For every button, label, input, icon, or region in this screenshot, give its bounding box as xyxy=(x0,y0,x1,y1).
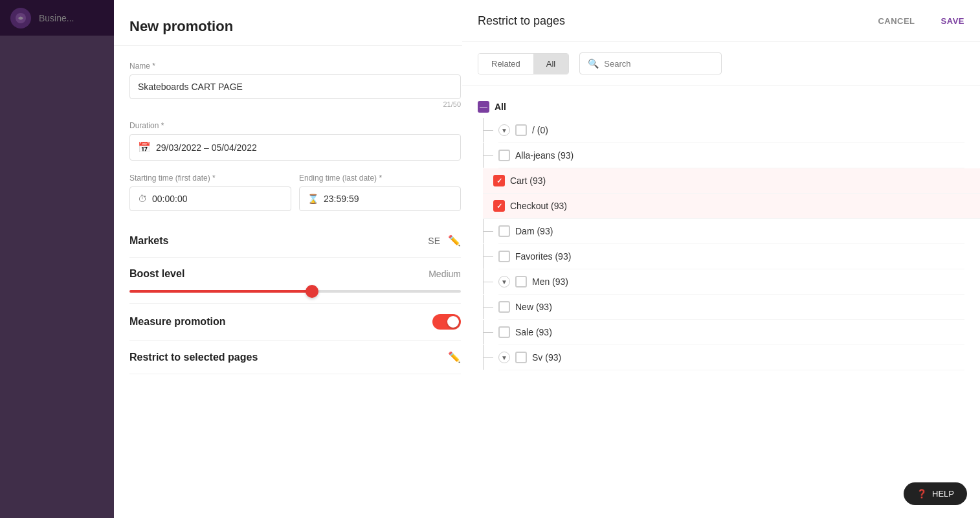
measure-label: Measure promotion xyxy=(129,316,225,328)
root-checkbox[interactable]: — xyxy=(478,101,489,113)
tree-item-highlighted: Cart (93) xyxy=(483,168,980,194)
name-field-group: Name * 21/50 xyxy=(129,62,461,108)
tab-group: Related All xyxy=(478,53,569,74)
tree-item-label: Dam (93) xyxy=(515,226,553,236)
tabs-search-row: Related All 🔍 xyxy=(462,42,980,85)
time-row: Starting time (first date) * ⏱ 00:00:00 … xyxy=(129,174,461,211)
tree-container: — All ▼ / (0) Alla-jeans (93) xyxy=(462,85,980,381)
tree-line xyxy=(483,282,493,282)
left-panel: New promotion Name * 21/50 Duration * 📅 … xyxy=(114,0,476,518)
item-checkbox[interactable] xyxy=(498,251,510,262)
tree-children: ▼ / (0) Alla-jeans (93) Cart (93) xyxy=(478,118,964,370)
tree-root-label: All xyxy=(495,102,506,112)
name-input[interactable] xyxy=(129,74,461,99)
end-time-group: Ending time (last date) * ⌛ 23:59:59 xyxy=(299,174,461,211)
duration-value: 29/03/2022 – 05/04/2022 xyxy=(156,142,257,153)
start-time-value: 00:00:00 xyxy=(152,194,188,204)
name-label: Name * xyxy=(129,62,461,71)
boost-slider[interactable] xyxy=(129,290,461,293)
tree-line xyxy=(483,231,493,232)
markets-edit-icon[interactable]: ✏️ xyxy=(448,234,461,247)
cancel-button[interactable]: CANCEL xyxy=(878,16,915,26)
item-checkbox[interactable] xyxy=(498,150,510,161)
start-time-icon: ⏱ xyxy=(138,194,147,204)
tree-item-label-cart: Cart (93) xyxy=(510,175,546,186)
tree-line xyxy=(483,332,493,333)
item-checkbox[interactable] xyxy=(498,225,510,237)
item-checkbox[interactable] xyxy=(515,352,527,363)
start-time-label: Starting time (first date) * xyxy=(129,174,291,183)
calendar-icon: 📅 xyxy=(138,141,151,153)
tree-line xyxy=(483,155,493,156)
help-label: HELP xyxy=(932,489,954,499)
help-button[interactable]: ❓ HELP xyxy=(904,482,967,505)
item-checkbox[interactable] xyxy=(498,326,510,338)
slider-thumb[interactable] xyxy=(306,285,318,298)
expand-icon[interactable]: ▼ xyxy=(498,352,510,363)
tree-item-label: Sale (93) xyxy=(515,327,552,337)
tab-related[interactable]: Related xyxy=(478,54,533,74)
expand-icon[interactable]: ▼ xyxy=(498,124,510,136)
item-checkbox[interactable] xyxy=(515,276,527,287)
item-checkbox[interactable] xyxy=(498,301,510,313)
tree-line xyxy=(483,130,493,131)
right-panel: Restrict to pages CANCEL SAVE Related Al… xyxy=(462,0,980,518)
markets-value-group: SE ✏️ xyxy=(428,234,461,247)
duration-input[interactable]: 📅 29/03/2022 – 05/04/2022 xyxy=(129,134,461,161)
help-icon: ❓ xyxy=(917,489,927,499)
panel-header: New promotion xyxy=(114,0,476,46)
boost-value: Medium xyxy=(429,269,461,279)
tab-all[interactable]: All xyxy=(533,54,568,74)
toggle-thumb xyxy=(447,316,459,328)
search-icon: 🔍 xyxy=(588,58,599,69)
tree-item-label: Men (93) xyxy=(532,276,568,287)
markets-row: Markets SE ✏️ xyxy=(129,224,461,258)
char-count: 21/50 xyxy=(129,100,461,108)
duration-label: Duration * xyxy=(129,121,461,130)
end-time-label: Ending time (last date) * xyxy=(299,174,461,183)
tree-line xyxy=(483,357,493,358)
tree-item-label: Sv (93) xyxy=(532,352,561,363)
save-button[interactable]: SAVE xyxy=(941,16,964,26)
item-checkbox-cart[interactable] xyxy=(493,175,505,186)
tree-root-row[interactable]: — All xyxy=(478,96,964,118)
item-checkbox-checkout[interactable] xyxy=(493,200,505,212)
duration-field-group: Duration * 📅 29/03/2022 – 05/04/2022 xyxy=(129,121,461,161)
panel-title: New promotion xyxy=(129,18,461,35)
slider-track xyxy=(129,290,461,293)
markets-label: Markets xyxy=(129,235,168,247)
right-panel-title: Restrict to pages xyxy=(478,14,867,28)
search-box: 🔍 xyxy=(579,52,722,74)
tree-item: Favorites (93) xyxy=(498,244,964,269)
measure-row: Measure promotion xyxy=(129,304,461,341)
tree-item-label: / (0) xyxy=(532,125,548,135)
boost-section: Boost level Medium xyxy=(129,258,461,304)
tree-item: ▼ Men (93) xyxy=(498,269,964,295)
start-time-group: Starting time (first date) * ⏱ 00:00:00 xyxy=(129,174,291,211)
tree-item: Dam (93) xyxy=(498,219,964,244)
restrict-row: Restrict to selected pages ✏️ xyxy=(129,341,461,374)
tree-item: New (93) xyxy=(498,295,964,320)
tree-line xyxy=(483,307,493,308)
restrict-edit-icon[interactable]: ✏️ xyxy=(448,351,461,363)
tree-item-label: Alla-jeans (93) xyxy=(515,150,574,161)
search-input[interactable] xyxy=(604,59,713,69)
expand-icon[interactable]: ▼ xyxy=(498,276,510,287)
boost-label: Boost level xyxy=(129,268,184,280)
start-time-input[interactable]: ⏱ 00:00:00 xyxy=(129,186,291,211)
boost-header: Boost level Medium xyxy=(129,268,461,280)
tree-item: ▼ / (0) xyxy=(498,118,964,143)
end-time-input[interactable]: ⌛ 23:59:59 xyxy=(299,186,461,211)
tree-item-label-checkout: Checkout (93) xyxy=(510,201,567,211)
measure-toggle[interactable] xyxy=(432,314,461,330)
restrict-label: Restrict to selected pages xyxy=(129,352,258,363)
item-checkbox[interactable] xyxy=(515,124,527,136)
slider-fill xyxy=(129,290,312,293)
tree-item-label: New (93) xyxy=(515,302,552,312)
tree-item: Sale (93) xyxy=(498,320,964,345)
end-time-value: 23:59:59 xyxy=(324,194,359,204)
end-time-icon: ⌛ xyxy=(307,194,318,204)
tree-line xyxy=(483,256,493,257)
right-panel-header: Restrict to pages CANCEL SAVE xyxy=(462,0,980,42)
markets-value: SE xyxy=(428,236,440,246)
